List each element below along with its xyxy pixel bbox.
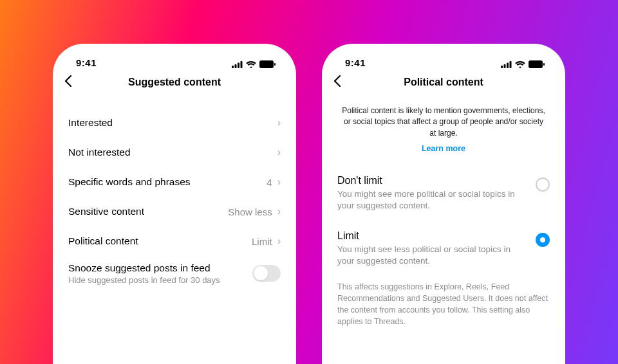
page-description: Political content is likely to mention g… bbox=[322, 96, 565, 140]
option-title: Don't limit bbox=[337, 175, 525, 187]
svg-rect-5 bbox=[274, 63, 276, 66]
phone-political-content: 9:41 Political content Political content… bbox=[322, 44, 565, 364]
svg-rect-4 bbox=[259, 60, 274, 68]
phone-suggested-content: 9:41 Suggested content Interested › Not … bbox=[53, 44, 296, 364]
chevron-right-icon: › bbox=[277, 147, 281, 158]
option-limit[interactable]: Limit You might see less political or so… bbox=[337, 224, 550, 278]
row-value: 4 bbox=[267, 177, 272, 188]
svg-rect-0 bbox=[232, 66, 234, 68]
snooze-subtitle: Hide suggested posts in feed for 30 days bbox=[68, 275, 220, 285]
footnote: This affects suggestions in Explore, Ree… bbox=[322, 278, 565, 328]
svg-rect-9 bbox=[510, 61, 512, 68]
svg-rect-3 bbox=[241, 61, 243, 68]
settings-list: Interested › Not interested › Specific w… bbox=[53, 96, 296, 285]
status-bar: 9:41 bbox=[53, 44, 296, 68]
chevron-right-icon: › bbox=[277, 206, 281, 217]
radio-checked[interactable] bbox=[536, 233, 550, 247]
back-button[interactable] bbox=[333, 74, 341, 91]
option-subtitle: You might see more political or social t… bbox=[337, 188, 525, 212]
row-label: Specific words and phrases bbox=[68, 176, 191, 188]
row-not-interested[interactable]: Not interested › bbox=[68, 138, 281, 167]
battery-icon bbox=[529, 60, 545, 68]
back-button[interactable] bbox=[64, 74, 72, 91]
svg-rect-11 bbox=[543, 63, 545, 66]
cellular-icon bbox=[232, 61, 243, 68]
row-political-content[interactable]: Political content Limit › bbox=[68, 226, 281, 256]
svg-rect-10 bbox=[529, 60, 543, 68]
status-time: 9:41 bbox=[345, 57, 366, 68]
snooze-title: Snooze suggested posts in feed bbox=[68, 262, 220, 274]
cellular-icon bbox=[501, 61, 512, 68]
row-value: Limit bbox=[252, 236, 272, 247]
page-title: Suggested content bbox=[128, 77, 221, 88]
row-specific-words[interactable]: Specific words and phrases 4 › bbox=[68, 167, 281, 197]
snooze-toggle[interactable] bbox=[252, 265, 281, 282]
page-title: Political content bbox=[404, 77, 483, 88]
row-label: Not interested bbox=[68, 147, 131, 158]
chevron-right-icon: › bbox=[277, 117, 281, 129]
option-subtitle: You might see less political or social t… bbox=[337, 244, 525, 267]
row-interested[interactable]: Interested › bbox=[68, 108, 281, 138]
row-sensitive-content[interactable]: Sensitive content Show less › bbox=[68, 197, 281, 226]
row-label: Sensitive content bbox=[68, 206, 144, 217]
chevron-left-icon bbox=[64, 75, 72, 87]
options-list: Don't limit You might see more political… bbox=[322, 159, 565, 278]
row-value: Show less bbox=[228, 206, 272, 217]
page-header: Political content bbox=[322, 68, 565, 96]
chevron-right-icon: › bbox=[277, 176, 281, 188]
row-label: Political content bbox=[68, 235, 138, 247]
svg-rect-2 bbox=[238, 62, 239, 68]
radio-unchecked[interactable] bbox=[536, 177, 550, 192]
page-header: Suggested content bbox=[53, 68, 296, 96]
status-time: 9:41 bbox=[76, 57, 97, 68]
status-signals bbox=[501, 60, 545, 68]
option-dont-limit[interactable]: Don't limit You might see more political… bbox=[337, 168, 550, 223]
option-title: Limit bbox=[337, 230, 525, 242]
status-signals bbox=[232, 60, 276, 68]
status-bar: 9:41 bbox=[322, 44, 565, 68]
wifi-icon bbox=[515, 61, 525, 68]
svg-rect-6 bbox=[501, 66, 503, 68]
svg-rect-7 bbox=[504, 64, 506, 68]
row-snooze: Snooze suggested posts in feed Hide sugg… bbox=[68, 256, 281, 285]
chevron-left-icon bbox=[333, 75, 341, 87]
battery-icon bbox=[259, 60, 276, 68]
learn-more-link[interactable]: Learn more bbox=[322, 140, 565, 159]
row-label: Interested bbox=[68, 117, 113, 129]
chevron-right-icon: › bbox=[277, 235, 281, 247]
svg-rect-8 bbox=[507, 62, 509, 68]
wifi-icon bbox=[246, 61, 256, 68]
svg-rect-1 bbox=[235, 64, 237, 68]
